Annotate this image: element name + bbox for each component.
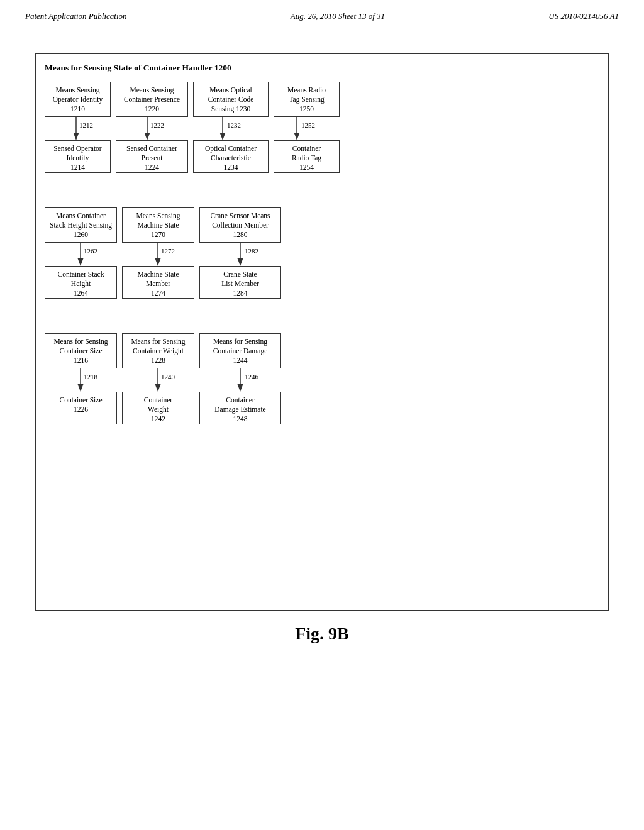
figure-caption: Fig. 9B <box>0 624 644 644</box>
header-right: US 2010/0214056 A1 <box>548 11 619 21</box>
box-1244: Means for SensingContainer Damage1244 <box>199 333 281 368</box>
svg-text:1240: 1240 <box>161 373 175 380</box>
page-header: Patent Application Publication Aug. 26, … <box>0 0 644 21</box>
box-1260: Means ContainerStack Height Sensing1260 <box>45 208 117 243</box>
svg-text:1246: 1246 <box>245 373 259 380</box>
diagram-inner: 1212 1222 1232 1252 1262 1272 <box>45 82 599 597</box>
svg-text:1272: 1272 <box>161 247 175 255</box>
box-1230: Means OpticalContainer CodeSensing 1230 <box>193 82 269 117</box>
svg-text:1218: 1218 <box>84 373 98 380</box>
svg-text:1262: 1262 <box>84 247 97 255</box>
box-1248: ContainerDamage Estimate1248 <box>199 392 281 424</box>
header-middle: Aug. 26, 2010 Sheet 13 of 31 <box>291 11 385 21</box>
box-1254: ContainerRadio Tag1254 <box>274 140 340 173</box>
box-1284: Crane StateList Member1284 <box>199 266 281 299</box>
box-1214: Sensed OperatorIdentity1214 <box>45 140 111 173</box>
box-1270: Means SensingMachine State1270 <box>122 208 194 243</box>
header-left: Patent Application Publication <box>25 11 127 21</box>
diagram-title: Means for Sensing State of Container Han… <box>45 63 599 73</box>
box-1220: Means SensingContainer Presence1220 <box>116 82 188 117</box>
box-1216: Means for SensingContainer Size1216 <box>45 333 117 368</box>
box-1250: Means RadioTag Sensing1250 <box>274 82 340 117</box>
svg-text:1252: 1252 <box>301 121 315 129</box>
svg-text:1282: 1282 <box>245 247 258 255</box>
box-1242: ContainerWeight1242 <box>122 392 194 424</box>
box-1224: Sensed ContainerPresent1224 <box>116 140 188 173</box>
box-1228: Means for SensingContainer Weight1228 <box>122 333 194 368</box>
box-1226: Container Size1226 <box>45 392 117 424</box>
box-1264: Container StackHeight1264 <box>45 266 117 299</box>
box-1274: Machine StateMember1274 <box>122 266 194 299</box>
svg-text:1232: 1232 <box>227 121 241 129</box>
box-1210: Means SensingOperator Identity1210 <box>45 82 111 117</box>
svg-text:1212: 1212 <box>79 121 93 129</box>
box-1280: Crane Sensor MeansCollection Member1280 <box>199 208 281 243</box>
diagram-container: Means for Sensing State of Container Han… <box>35 53 609 611</box>
svg-text:1222: 1222 <box>150 121 164 129</box>
box-1234: Optical ContainerCharacteristic1234 <box>193 140 269 173</box>
